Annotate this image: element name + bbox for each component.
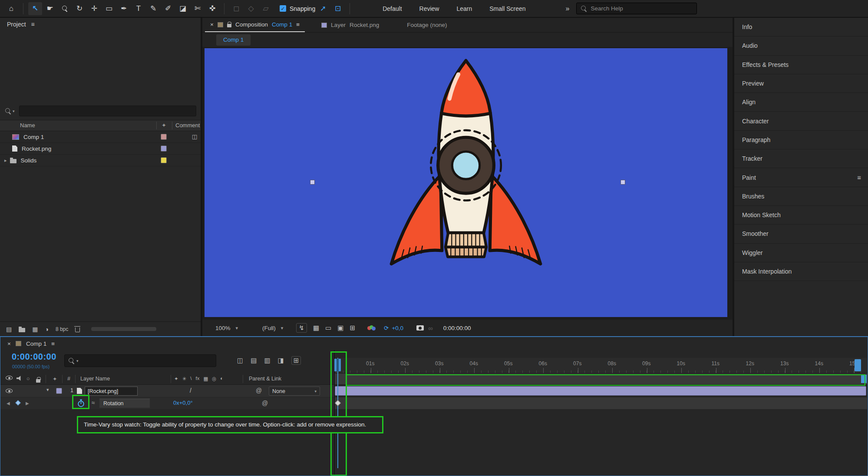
label-color-column-icon[interactable]: ✦ <box>162 122 166 129</box>
current-time-display[interactable]: 0:00:00:00 <box>12 352 56 362</box>
panel-menu-icon[interactable]: ≡ <box>51 340 55 347</box>
adjustment-layer-icon[interactable]: ◐ <box>220 376 223 382</box>
layer-color-swatch[interactable] <box>56 388 62 394</box>
draft-3d-icon[interactable]: ▥ <box>264 357 270 364</box>
layer-name-column-header[interactable]: Layer Name <box>80 376 110 382</box>
label-color-swatch[interactable] <box>161 157 167 163</box>
layer-right-handle[interactable] <box>620 180 625 185</box>
effects-icon[interactable]: fx <box>195 376 199 382</box>
rotation-value[interactable]: 0x+0,0° <box>173 400 193 406</box>
search-options-chevron-icon[interactable]: ▾ <box>13 109 15 113</box>
workspace-tab[interactable]: Review <box>419 5 439 12</box>
interpret-footage-icon[interactable]: ▤ <box>6 326 12 333</box>
workspace-tab[interactable]: Small Screen <box>489 5 525 12</box>
audio-column-speaker-icon[interactable] <box>17 376 22 381</box>
hand-tool[interactable]: ☛ <box>43 2 57 15</box>
next-keyframe-icon[interactable]: ▶ <box>26 401 29 406</box>
panel-tab[interactable]: Paint <box>734 168 868 187</box>
label-column-icon[interactable]: ✦ <box>53 376 57 382</box>
puppet-pin-tool[interactable]: ✜ <box>205 2 219 15</box>
new-composition-icon[interactable]: ▦ <box>32 326 38 333</box>
type-tool[interactable]: T <box>132 2 145 15</box>
motion-blur-icon[interactable]: ◎ <box>212 376 216 382</box>
shy-icon[interactable]: ✦ <box>174 376 178 382</box>
previous-keyframe-icon[interactable]: ◀ <box>7 401 10 406</box>
panel-tab[interactable]: Character <box>734 112 868 130</box>
snapping-checkbox[interactable]: ✓ <box>280 5 286 12</box>
panel-tab[interactable]: Preview <box>734 74 868 93</box>
video-column-eye-icon[interactable] <box>6 376 13 380</box>
eraser-tool[interactable]: ◪ <box>176 2 190 15</box>
project-search-icon[interactable] <box>5 108 11 114</box>
panel-tab[interactable]: Paragraph <box>734 131 868 149</box>
comp-mini-tab[interactable]: Comp 1 <box>216 34 251 46</box>
frame-blend-icon[interactable]: ◨ <box>278 357 284 364</box>
rotation-tool[interactable]: ↻ <box>73 2 86 15</box>
quality-icon[interactable]: \ <box>190 376 191 382</box>
layer-tab[interactable]: Layer Rocket.png <box>316 18 384 32</box>
timeline-tab[interactable]: × Comp 1 ≡ <box>0 337 55 350</box>
layer-duration-bar[interactable] <box>335 386 866 396</box>
lock-column-icon[interactable] <box>36 379 40 383</box>
roto-brush-tool[interactable]: ✄ <box>191 2 205 15</box>
solo-column-icon[interactable]: ○ <box>26 376 30 382</box>
color-depth-icon[interactable]: ◑ <box>45 326 48 333</box>
parent-link-column-header[interactable]: Parent & Link <box>249 376 281 382</box>
expression-pickwhip-icon[interactable]: @ <box>262 400 268 407</box>
panel-tab[interactable]: Wiggler <box>734 244 868 262</box>
project-item-solids[interactable]: ▸ Solids <box>0 155 201 166</box>
close-tab-icon[interactable]: × <box>210 21 214 28</box>
grid-guides-icon[interactable]: ▣ <box>337 324 343 332</box>
project-horizontal-scrollbar[interactable] <box>91 327 156 331</box>
resolution-dropdown[interactable]: (Full)▾ <box>262 325 283 331</box>
live-update-icon[interactable]: ▤ <box>251 357 257 364</box>
panel-menu-icon[interactable]: ≡ <box>296 21 300 28</box>
panel-tab[interactable]: Info <box>734 18 868 36</box>
workspace-tab[interactable]: Default <box>383 5 402 12</box>
layer-row[interactable]: ▾ 1 [Rocket.png] / @ None▾ <box>0 385 334 397</box>
property-name-label[interactable]: Rotation <box>99 399 150 408</box>
footage-tab[interactable]: Footage (none) <box>402 18 452 32</box>
panel-tab[interactable]: Motion Sketch <box>734 206 868 225</box>
lock-icon[interactable] <box>227 24 231 27</box>
close-tab-icon[interactable]: × <box>7 340 11 347</box>
label-color-swatch[interactable] <box>161 134 167 140</box>
snap-option-arrow-icon[interactable]: ➚ <box>316 2 330 15</box>
new-folder-icon[interactable] <box>19 328 25 332</box>
mini-flowchart-icon[interactable]: ◫ <box>237 357 243 364</box>
snap-option-bounds-icon[interactable]: ⊡ <box>331 2 345 15</box>
composition-tab[interactable]: × Composition Comp 1 ≡ <box>205 18 305 32</box>
clone-stamp-tool[interactable]: ✐ <box>161 2 175 15</box>
paint-panel-menu-icon[interactable]: ≡ <box>857 174 861 181</box>
workspace-overflow-chevrons[interactable]: » <box>566 5 570 13</box>
graph-editor-icon[interactable]: ⊞ <box>291 356 301 365</box>
pan-behind-tool[interactable]: ✛ <box>87 2 101 15</box>
help-search-input[interactable]: Search Help <box>576 3 697 14</box>
panel-tab[interactable]: Mask Interpolation <box>734 262 868 281</box>
label-color-swatch[interactable] <box>161 145 167 152</box>
panel-tab[interactable]: Tracker <box>734 149 868 168</box>
panel-tab[interactable]: Align <box>734 93 868 112</box>
show-channels-icon[interactable] <box>367 325 376 331</box>
composition-viewport[interactable] <box>205 48 727 317</box>
magnification-dropdown[interactable]: 100%▾ <box>215 325 238 331</box>
pen-tool[interactable]: ✒ <box>117 2 131 15</box>
layer-name-field[interactable]: [Rocket.png] <box>85 387 138 396</box>
color-depth-label[interactable]: 8 bpc <box>56 326 68 332</box>
frame-blend-icon[interactable]: ▦ <box>203 376 208 382</box>
layer-visibility-eye-icon[interactable] <box>6 389 13 393</box>
rotation-property-row[interactable]: ◀ ▶ ≈ Rotation 0x+0,0° @ <box>0 397 334 409</box>
project-item-rocket[interactable]: Rocket.png <box>0 143 201 155</box>
time-ruler[interactable]: 01s02s03s04s05s06s07s08s09s10s11s12s13s1… <box>335 358 867 374</box>
number-column-header[interactable]: # <box>67 376 70 382</box>
zoom-tool[interactable] <box>58 2 72 15</box>
project-panel-menu-icon[interactable]: ≡ <box>31 21 35 28</box>
home-icon[interactable]: ⌂ <box>4 2 18 15</box>
exposure-control[interactable]: ⟳ +0,0 <box>384 324 403 331</box>
panel-tab[interactable]: Audio <box>734 36 868 55</box>
project-item-comp1[interactable]: Comp 1 ◫ <box>0 131 201 143</box>
expand-chevron-icon[interactable]: ▸ <box>4 158 7 163</box>
project-search-input[interactable] <box>19 106 196 116</box>
brush-tool[interactable]: ✎ <box>146 2 160 15</box>
name-column-header[interactable]: Name <box>20 122 35 129</box>
